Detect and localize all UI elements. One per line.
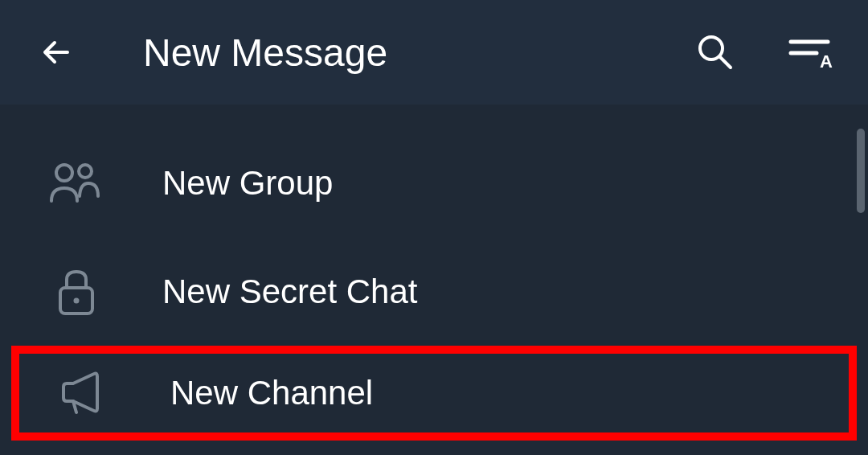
new-channel-option[interactable]: New Channel [11, 346, 857, 441]
sort-alpha-icon: A [788, 32, 836, 72]
svg-text:A: A [820, 51, 833, 72]
megaphone-icon [56, 365, 113, 421]
options-list: New Group New Secret Chat New Channel [0, 105, 868, 441]
header: New Message A [0, 0, 868, 105]
svg-point-7 [74, 297, 80, 303]
lock-icon [48, 264, 104, 320]
page-title: New Message [143, 31, 387, 75]
new-secret-chat-label: New Secret Chat [162, 273, 417, 311]
back-button[interactable] [32, 28, 80, 76]
search-icon [695, 32, 735, 72]
search-button[interactable] [691, 28, 739, 76]
svg-point-5 [79, 165, 92, 178]
arrow-left-icon [37, 33, 76, 72]
new-group-label: New Group [162, 164, 333, 203]
new-secret-chat-option[interactable]: New Secret Chat [0, 237, 868, 346]
new-channel-label: New Channel [170, 374, 373, 412]
header-actions: A [691, 28, 836, 76]
new-group-option[interactable]: New Group [0, 129, 868, 237]
svg-point-4 [56, 165, 72, 181]
sort-button[interactable]: A [788, 28, 836, 76]
scrollbar[interactable] [857, 129, 865, 213]
group-icon [48, 155, 104, 211]
